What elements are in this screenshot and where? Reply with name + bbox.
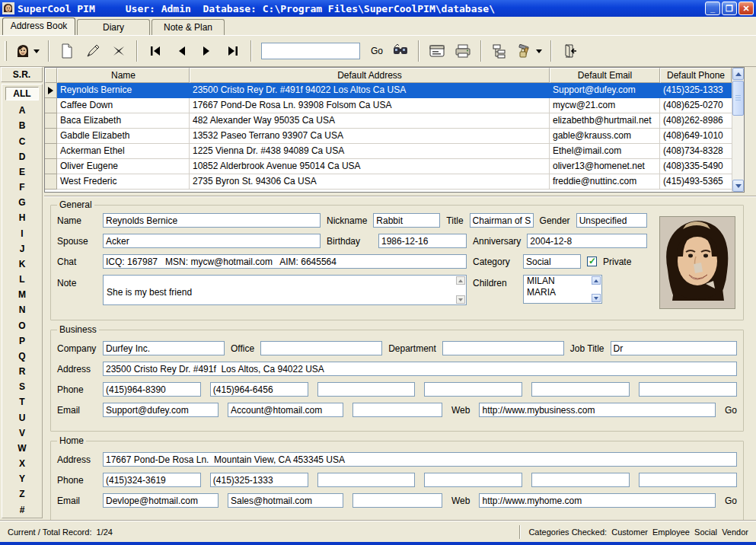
sidebar-letter-u[interactable]: U: [5, 413, 39, 423]
sidebar-letter-all[interactable]: ALL: [5, 87, 39, 100]
business-email-2[interactable]: [228, 403, 343, 417]
sidebar-letter-z[interactable]: Z: [5, 489, 39, 499]
title-field[interactable]: [470, 213, 534, 228]
toolbar-grip[interactable]: [5, 41, 7, 61]
department-field[interactable]: [442, 341, 564, 355]
table-row[interactable]: Ackerman Ethel 1225 Vienna Dr. #438 9408…: [45, 144, 744, 159]
anniversary-field[interactable]: [527, 234, 647, 248]
tab-note-plan[interactable]: Note & Plan: [152, 19, 225, 35]
minimize-button[interactable]: _: [705, 2, 720, 15]
sidebar-letter-g[interactable]: G: [5, 198, 39, 208]
children-list[interactable]: MILAN MARIA: [523, 275, 602, 304]
table-row[interactable]: West Frederic 2735 Byron St. 94306 Ca US…: [45, 174, 744, 190]
table-row[interactable]: Baca Elizabeth 482 Alexander Way 95035 C…: [45, 113, 744, 129]
business-web-go-button[interactable]: Go: [725, 405, 737, 416]
business-web-field[interactable]: [479, 403, 716, 417]
table-row[interactable]: Gabdle Elizabeth 13532 Paseo Terrano 939…: [45, 129, 744, 144]
sidebar-letter-p[interactable]: P: [5, 336, 39, 346]
scroll-down-icon[interactable]: [592, 294, 601, 302]
sidebar-letter-m[interactable]: M: [5, 290, 39, 300]
scroll-up-icon[interactable]: [592, 276, 601, 285]
sidebar-letter-hash[interactable]: #: [5, 505, 39, 515]
close-button[interactable]: ✕: [738, 2, 754, 15]
tools-menu-button[interactable]: [512, 39, 546, 63]
column-header-email[interactable]: Default Email: [550, 68, 660, 83]
table-row[interactable]: Caffee Down 17667 Pond-De Rosa Ln. 93908…: [45, 98, 744, 113]
sidebar-letter-s[interactable]: S: [5, 382, 39, 392]
home-phone-1[interactable]: [103, 473, 201, 487]
sidebar-letter-l[interactable]: L: [5, 275, 39, 285]
note-field[interactable]: She is my best friend: [103, 275, 467, 305]
table-row[interactable]: Oliver Eugene 10852 Alderbrook Avenue 95…: [45, 159, 744, 174]
first-record-button[interactable]: [142, 39, 168, 63]
sidebar-letter-x[interactable]: X: [5, 459, 39, 469]
business-email-3[interactable]: [352, 403, 442, 417]
table-scrollbar[interactable]: [732, 68, 744, 192]
gender-field[interactable]: [576, 213, 647, 228]
business-phone-6[interactable]: [639, 382, 737, 397]
name-field[interactable]: [103, 213, 321, 228]
table-row[interactable]: Reynolds Bernice 23500 Cristo Rey Dr. #4…: [45, 83, 744, 98]
restore-button[interactable]: ❐: [722, 2, 737, 15]
sidebar-letter-w[interactable]: W: [5, 444, 39, 454]
tab-address-book[interactable]: Address Book: [2, 18, 75, 35]
sidebar-letter-k[interactable]: K: [5, 260, 39, 269]
sidebar-letter-o[interactable]: O: [5, 321, 39, 331]
job-title-field[interactable]: [611, 341, 737, 355]
card-view-button[interactable]: [424, 39, 450, 63]
home-email-3[interactable]: [352, 493, 442, 508]
column-header-phone[interactable]: Default Phone: [660, 68, 732, 83]
sidebar-letter-c[interactable]: C: [5, 137, 39, 147]
categories-tree-button[interactable]: [486, 39, 512, 63]
last-record-button[interactable]: [220, 39, 246, 63]
sidebar-letter-a[interactable]: A: [5, 106, 39, 116]
business-email-1[interactable]: [103, 403, 219, 417]
business-phone-5[interactable]: [531, 382, 630, 397]
home-web-field[interactable]: [479, 493, 716, 508]
sidebar-letter-d[interactable]: D: [5, 152, 39, 162]
home-phone-4[interactable]: [424, 473, 522, 487]
sidebar-letter-b[interactable]: B: [5, 121, 39, 131]
business-address-field[interactable]: [103, 362, 737, 376]
home-phone-6[interactable]: [639, 473, 737, 487]
business-phone-4[interactable]: [424, 382, 522, 397]
new-record-button[interactable]: [54, 39, 80, 63]
children-scroll[interactable]: [591, 276, 601, 303]
nickname-field[interactable]: [373, 213, 440, 228]
private-checkbox[interactable]: [587, 257, 597, 266]
sidebar-letter-i[interactable]: I: [5, 229, 39, 239]
home-address-field[interactable]: [103, 452, 737, 467]
home-email-1[interactable]: [103, 493, 219, 508]
home-phone-3[interactable]: [317, 473, 416, 487]
sidebar-letter-y[interactable]: Y: [5, 474, 39, 484]
scrollbar-thumb[interactable]: [732, 81, 744, 116]
go-button[interactable]: Go: [366, 43, 388, 59]
sidebar-letter-t[interactable]: T: [5, 397, 39, 407]
business-phone-3[interactable]: [317, 382, 416, 397]
chat-field[interactable]: [103, 254, 467, 269]
scroll-up-icon[interactable]: [732, 68, 744, 80]
company-field[interactable]: [103, 341, 225, 355]
sidebar-letter-v[interactable]: V: [5, 429, 39, 438]
birthday-field[interactable]: [378, 234, 467, 248]
scroll-down-icon[interactable]: [456, 295, 465, 304]
sidebar-letter-r[interactable]: R: [5, 367, 39, 377]
tab-diary[interactable]: Diary: [77, 19, 150, 35]
sidebar-letter-q[interactable]: Q: [5, 352, 39, 362]
edit-record-button[interactable]: [80, 39, 106, 63]
sidebar-letter-j[interactable]: J: [5, 244, 39, 254]
column-header-name[interactable]: Name: [57, 68, 190, 83]
delete-record-button[interactable]: [106, 39, 132, 63]
category-field[interactable]: [523, 254, 581, 269]
sidebar-letter-e[interactable]: E: [5, 167, 39, 177]
exit-button[interactable]: [557, 39, 582, 63]
office-field[interactable]: [260, 341, 382, 355]
contact-menu-button[interactable]: [10, 39, 43, 63]
print-button[interactable]: [450, 39, 476, 63]
spouse-field[interactable]: [103, 234, 321, 248]
note-scroll[interactable]: [455, 276, 466, 304]
next-record-button[interactable]: [194, 39, 220, 63]
sidebar-letter-h[interactable]: H: [5, 213, 39, 223]
prev-record-button[interactable]: [168, 39, 194, 63]
business-phone-1[interactable]: [103, 382, 201, 397]
